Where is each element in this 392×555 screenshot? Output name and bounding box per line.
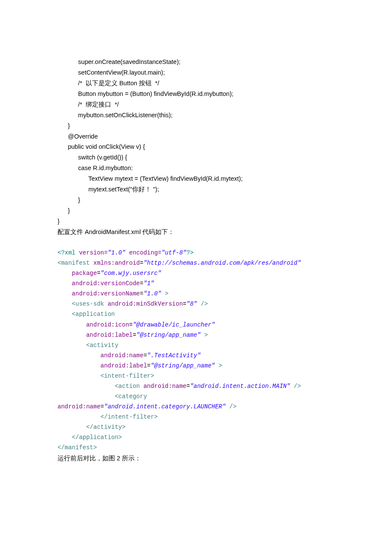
paragraph-figure-reference: 运行前后对比，如图 2 所示： xyxy=(58,453,337,464)
code-line: android:name=".TestActivity" xyxy=(58,352,201,359)
code-line: } xyxy=(58,207,70,214)
code-line: <application xyxy=(58,311,115,318)
code-line: android:versionCode="1" xyxy=(58,280,154,287)
code-line: mytext.setText("你好！ "); xyxy=(58,186,159,193)
code-line: <?xml version="1.0" encoding="utf-8"?> xyxy=(58,249,193,256)
code-line: <activity xyxy=(58,342,118,349)
code-line: android:icon="@drawable/ic_launcher" xyxy=(58,321,215,328)
code-line: <action android:name="android.intent.act… xyxy=(58,383,301,390)
code-line: /* 以下是定义 Button 按钮 */ xyxy=(58,80,159,87)
code-line: </application> xyxy=(58,434,122,441)
xml-code-block: <?xml version="1.0" encoding="utf-8"?> <… xyxy=(58,237,337,453)
code-line: android:versionName="1.0" > xyxy=(58,290,168,297)
code-line: setContentView(R.layout.main); xyxy=(58,69,165,76)
code-line: <manifest xmlns:android="http://schemas.… xyxy=(58,260,301,266)
code-line: <uses-sdk android:minSdkVersion="8" /> xyxy=(58,301,208,307)
code-line: android:label="@string/app_name" > xyxy=(58,332,208,338)
code-line: public void onClick(View v) { xyxy=(58,143,145,150)
code-line: mybutton.setOnClickListener(this); xyxy=(58,112,173,119)
code-line: /* 绑定接口 */ xyxy=(58,101,119,108)
code-line: Button mybutton = (Button) findViewById(… xyxy=(58,90,233,97)
paragraph-manifest-intro: 配置文件 AndroidManifest.xml 代码如下： xyxy=(58,227,337,237)
code-line: package="com.wjy.usersrc" xyxy=(58,270,161,277)
code-line: } xyxy=(58,218,60,225)
code-line: android:label="@string/app_name" > xyxy=(58,362,222,369)
code-line: </manifest> xyxy=(58,444,97,451)
code-line: @Override xyxy=(58,133,98,140)
code-line: <intent-filter> xyxy=(58,373,154,379)
java-code-block: super.onCreate(savedInstanceState); setC… xyxy=(58,46,337,227)
code-line: </activity> xyxy=(58,424,126,431)
code-line: <category xyxy=(58,393,147,400)
code-line: switch (v.getId()) { xyxy=(58,154,127,161)
code-line: </intent-filter> xyxy=(58,413,158,420)
code-line: super.onCreate(savedInstanceState); xyxy=(58,58,181,65)
code-line: } xyxy=(58,122,70,129)
code-line: case R.id.mybutton: xyxy=(58,165,133,171)
code-line: android:name="android.intent.category.LA… xyxy=(58,403,236,410)
code-line: } xyxy=(58,197,80,203)
code-line: TextView mytext = (TextView) findViewByI… xyxy=(58,175,242,182)
